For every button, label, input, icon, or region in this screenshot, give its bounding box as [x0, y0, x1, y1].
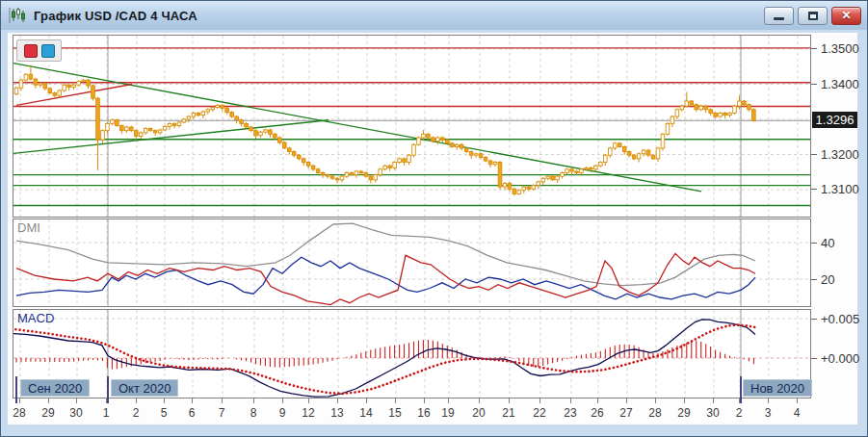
time-axis-tick: [136, 398, 137, 403]
time-axis-label: 30: [700, 406, 725, 420]
candlestick-chart-icon: [9, 7, 28, 24]
time-axis-label: 13: [325, 406, 350, 420]
price-scale-label-tick: [811, 154, 817, 155]
restore-icon: [808, 12, 818, 20]
dmi-panel[interactable]: DMI: [13, 218, 811, 307]
time-axis-tick: [164, 398, 165, 403]
time-axis-tick: [282, 398, 283, 403]
current-price-badge: 1.3296: [812, 112, 857, 128]
time-axis-label: 7: [209, 406, 234, 420]
restore-button[interactable]: [798, 7, 828, 25]
time-axis-tick: [479, 398, 480, 403]
time-axis-tick: [448, 398, 449, 403]
dmi-panel-label: DMI: [17, 220, 40, 235]
dmi-scale-label-tick: [811, 279, 817, 280]
time-axis-label: 26: [585, 406, 610, 420]
price-scale-label-tick: [811, 48, 817, 49]
time-axis-tick: [684, 398, 685, 403]
time-axis-label: 6: [179, 406, 204, 420]
time-axis-tick: [192, 398, 193, 403]
time-axis-label: 15: [382, 406, 408, 420]
time-axis-tick: [395, 398, 396, 403]
time-axis-tick: [424, 398, 425, 403]
month-boundary-mark: [107, 376, 109, 403]
time-axis-label: 20: [466, 406, 491, 420]
time-axis-tick: [222, 398, 223, 403]
time-axis-label: 28: [7, 406, 32, 420]
price-scale-label: 1.3100: [821, 182, 859, 196]
minimize-icon: [774, 17, 784, 20]
price-scale-label-tick: [811, 189, 817, 190]
time-axis-tick: [539, 398, 540, 403]
time-axis-label: 22: [527, 406, 552, 420]
time-axis-tick: [655, 398, 656, 403]
macd-scale-label-tick: [811, 319, 817, 320]
macd-panel-label: MACD: [17, 311, 54, 325]
time-axis-tick: [337, 398, 338, 403]
titlebar[interactable]: График USD /CAD 4 ЧАСА ✕: [1, 1, 867, 30]
dmi-scale-label-tick: [811, 243, 817, 244]
time-axis-tick: [626, 398, 627, 403]
month-label: Окт 2020: [111, 379, 178, 397]
price-scale-label: 1.3400: [821, 76, 859, 90]
time-axis-label: 19: [435, 406, 460, 420]
window-controls: ✕: [760, 7, 861, 25]
value-scale-column[interactable]: 1.35001.34001.32001.31004020+0.005+0.000…: [811, 33, 857, 424]
time-axis-tick: [19, 398, 20, 403]
time-axis-tick: [366, 398, 367, 403]
time-axis[interactable]: 2829301256789121314151619202122232627282…: [8, 398, 811, 424]
chart-card: DMI MACD 2829301256789121314151619202122…: [8, 33, 857, 424]
dmi-scale-label: 40: [821, 236, 834, 250]
time-axis-tick: [76, 398, 77, 403]
month-boundary-mark: [740, 376, 742, 403]
time-axis-label: 27: [614, 406, 639, 420]
month-boundary-mark: [15, 376, 17, 403]
price-scale-label: 1.3200: [821, 146, 859, 161]
macd-scale-label-tick: [811, 358, 817, 359]
time-axis-label: 16: [411, 406, 436, 420]
time-axis-tick: [253, 398, 254, 403]
chart-window: График USD /CAD 4 ЧАСА ✕ DMI MACD: [0, 0, 868, 437]
time-axis-label: 21: [496, 406, 521, 420]
time-axis-label: 2: [726, 406, 751, 420]
time-axis-tick: [570, 398, 571, 403]
time-axis-label: 23: [558, 406, 583, 420]
month-label: Нов 2020: [743, 379, 812, 397]
time-axis-label: 14: [354, 406, 379, 420]
time-axis-tick: [597, 398, 598, 403]
time-axis-label: 29: [36, 406, 61, 420]
time-axis-tick: [308, 398, 309, 403]
time-axis-tick: [713, 398, 714, 403]
time-axis-label: 9: [270, 406, 295, 420]
time-axis-label: 12: [296, 406, 321, 420]
close-icon: ✕: [841, 10, 851, 21]
time-axis-tick: [48, 398, 49, 403]
time-axis-label: 1: [93, 406, 118, 420]
sell-button[interactable]: [24, 44, 38, 58]
buy-button[interactable]: [41, 44, 55, 58]
time-axis-label: 8: [241, 406, 266, 420]
time-axis-label: 28: [643, 406, 668, 420]
month-label: Сен 2020: [20, 379, 90, 397]
price-scale-label-tick: [811, 84, 817, 85]
time-axis-tick: [797, 398, 798, 403]
close-button[interactable]: ✕: [831, 7, 861, 25]
time-axis-label: 29: [671, 406, 697, 420]
macd-scale-label: +0.000: [821, 351, 859, 366]
dmi-scale-label: 20: [821, 272, 834, 287]
chart-client-area: DMI MACD 2829301256789121314151619202122…: [1, 30, 867, 436]
macd-scale-label: +0.005: [821, 312, 859, 326]
price-panel[interactable]: [13, 35, 811, 218]
time-axis-label: 2: [123, 406, 148, 420]
dmi-chart-svg[interactable]: [13, 219, 810, 306]
time-axis-label: 5: [151, 406, 176, 420]
minimize-button[interactable]: [764, 7, 794, 25]
time-axis-label: 30: [64, 406, 89, 420]
time-axis-tick: [768, 398, 769, 403]
price-chart-svg[interactable]: [13, 36, 810, 217]
time-axis-tick: [509, 398, 510, 403]
order-buttons-toolbar: [16, 39, 62, 62]
price-scale-label: 1.3500: [821, 41, 859, 56]
window-title: График USD /CAD 4 ЧАСА: [34, 9, 197, 23]
time-axis-label: 3: [755, 406, 780, 420]
